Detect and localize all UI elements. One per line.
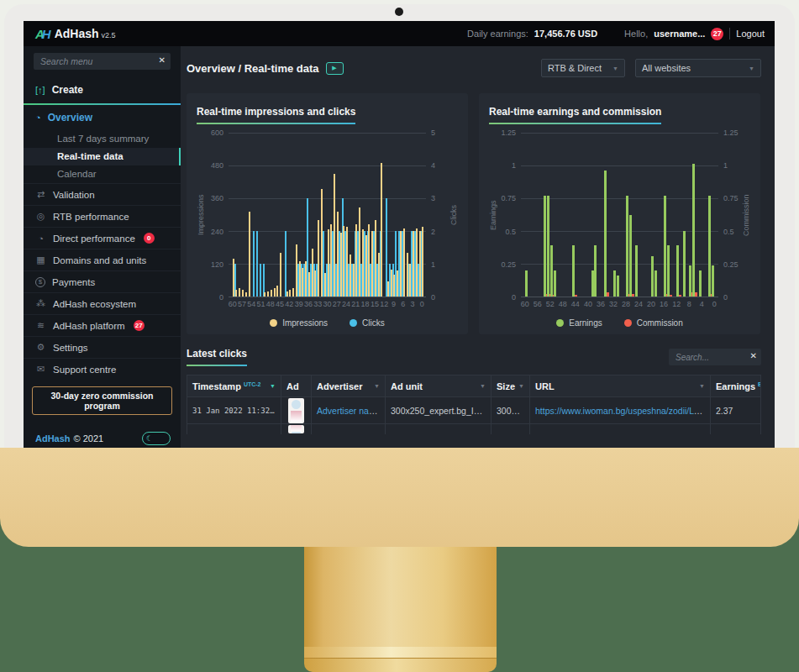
- sort-icon[interactable]: ▼: [699, 383, 705, 389]
- sidebar-item-calendar[interactable]: Calendar: [24, 165, 181, 183]
- size-cell: 300x600: [491, 397, 530, 424]
- adhash-logo-icon: AH: [35, 27, 50, 41]
- advertiser-link[interactable]: Advertiser name: [317, 406, 381, 416]
- column-header-size[interactable]: Size ▼: [491, 375, 530, 397]
- username[interactable]: username...: [654, 29, 705, 39]
- table-row: [187, 424, 761, 434]
- ecosystem-icon: ⁂: [35, 298, 46, 309]
- column-label: URL: [535, 381, 555, 391]
- latest-clicks-table: Timestamp UTC-2 ▼ Ad Advertiser: [187, 375, 761, 434]
- monitor-chin: [0, 448, 799, 547]
- ad-unit-cell: [386, 424, 491, 434]
- play-button[interactable]: ▶: [326, 62, 344, 75]
- webcam-dot: [395, 8, 403, 16]
- divider: [729, 28, 730, 39]
- column-header-timestamp[interactable]: Timestamp UTC-2 ▼: [187, 375, 281, 397]
- sort-icon[interactable]: ▼: [518, 383, 524, 389]
- right-axis-label: Clicks: [449, 133, 458, 297]
- column-header-ad-unit[interactable]: Ad unit ▼: [386, 375, 491, 397]
- ad-unit-cell: 300x250_expert.bg_InArtilce/3: [386, 397, 491, 424]
- website-select[interactable]: All websites ▼: [635, 59, 761, 77]
- page: AH AdHash v2.5 Daily earnings: 17,456.76…: [0, 0, 799, 672]
- url-cell: https://www.iwoman.bg/uspeshna/zodii/Lyu…: [530, 397, 711, 424]
- legend-item[interactable]: Earnings: [556, 318, 602, 328]
- advertiser-cell: Advertiser name: [312, 397, 386, 424]
- notifications-badge[interactable]: 27: [711, 28, 723, 40]
- sidebar-item-payments[interactable]: $ Payments: [24, 270, 181, 292]
- payments-icon: $: [35, 277, 45, 287]
- table-search-input[interactable]: [669, 349, 761, 365]
- sort-icon[interactable]: ▼: [270, 383, 276, 389]
- daily-earnings-value: 17,456.76 USD: [534, 29, 597, 39]
- clear-search-icon[interactable]: ✕: [159, 55, 166, 65]
- sidebar-item-last-7-days[interactable]: Last 7 days summary: [24, 130, 181, 148]
- dark-mode-toggle[interactable]: ☾: [142, 432, 171, 445]
- sidebar-item-adhash-platform[interactable]: ≋ AdHash platform 27: [24, 314, 181, 336]
- domains-icon: ▦: [35, 255, 46, 265]
- play-icon: ▶: [332, 65, 336, 71]
- ad-thumbnail-image[interactable]: [288, 398, 304, 423]
- sidebar-item-real-time-data[interactable]: Real-time data: [24, 148, 181, 165]
- table-row: 31 Jan 2022 11:32:48 Advertiser name 300…: [187, 397, 761, 424]
- sidebar-item-create[interactable]: [↑] Create: [24, 78, 181, 103]
- column-header-advertiser[interactable]: Advertiser ▼: [312, 375, 386, 397]
- validation-icon: ⇄: [35, 189, 46, 200]
- sidebar-item-adhash-ecosystem[interactable]: ⁂ AdHash ecosystem: [24, 292, 181, 314]
- column-label: Advertiser: [317, 381, 362, 391]
- hello-label: Hello,: [624, 29, 648, 39]
- breadcrumb: Overview / Real-time data: [187, 62, 319, 75]
- ad-thumbnail-image[interactable]: [288, 425, 304, 433]
- timezone-label: UTC-2: [244, 381, 261, 387]
- sort-icon[interactable]: ▼: [480, 383, 486, 389]
- legend-item[interactable]: Commission: [624, 318, 683, 328]
- item-label: Validation: [53, 190, 95, 200]
- sort-icon[interactable]: ▼: [374, 383, 380, 389]
- left-axis-label: Impressions: [197, 133, 205, 297]
- logout-button[interactable]: Logout: [736, 29, 765, 39]
- left-axis-ticks: 1.2510.750.50.250: [497, 133, 521, 297]
- sidebar-item-support-centre[interactable]: ✉ Support centre: [24, 358, 181, 380]
- earnings-cell: [711, 424, 761, 434]
- column-header-url[interactable]: URL ▼: [530, 375, 711, 397]
- sidebar-item-domains-ad-units[interactable]: ▦ Domains and ad units: [24, 249, 181, 270]
- sidebar-item-overview[interactable]: ◔ Overview: [24, 105, 181, 130]
- legend-item[interactable]: Impressions: [270, 318, 328, 328]
- chart-legend: ImpressionsClicks: [197, 318, 458, 328]
- item-label: AdHash platform: [53, 321, 125, 331]
- sidebar-search-input[interactable]: [34, 53, 171, 70]
- legend-item[interactable]: Clicks: [350, 318, 385, 328]
- sidebar-item-rtb-performance[interactable]: ◎ RTB performance: [24, 205, 181, 227]
- column-label: Timestamp: [192, 381, 241, 391]
- zero-commission-program-button[interactable]: 30-day zero commission program: [32, 386, 172, 415]
- column-label: Ad: [286, 381, 299, 391]
- timestamp-cell: 31 Jan 2022 11:32:48: [187, 397, 281, 424]
- impressions-clicks-card: Real-time impressions and clicks Impress…: [187, 93, 468, 334]
- main-content: Overview / Real-time data ▶ RTB & Direct…: [181, 46, 775, 454]
- chevron-down-icon: ▼: [612, 66, 618, 71]
- direct-performance-badge: 0: [144, 233, 155, 244]
- latest-clicks-title: Latest clicks: [187, 348, 247, 366]
- create-label: Create: [52, 84, 83, 96]
- item-label: Domains and ad units: [53, 255, 146, 265]
- earnings-cell: 2.37: [711, 397, 761, 424]
- traffic-type-select[interactable]: RTB & Direct ▼: [541, 59, 625, 77]
- item-label: Direct performance: [53, 234, 135, 244]
- item-label: Settings: [53, 343, 88, 353]
- footer-brand[interactable]: AdHash: [35, 433, 71, 444]
- sidebar-item-settings[interactable]: ⚙ Settings: [24, 336, 181, 358]
- column-label: Earnings: [716, 381, 755, 391]
- timestamp-cell: [187, 424, 281, 434]
- sidebar-item-validation[interactable]: ⇄ Validation: [24, 183, 181, 205]
- dashboard-screen: AH AdHash v2.5 Daily earnings: 17,456.76…: [24, 21, 775, 454]
- monitor-stand-foot: [304, 658, 497, 672]
- column-label: Size: [497, 381, 515, 391]
- app-name: AdHash: [55, 27, 99, 40]
- traffic-type-value: RTB & Direct: [548, 63, 602, 73]
- daily-earnings-label: Daily earnings:: [467, 29, 528, 39]
- monitor-stand-shine: [304, 647, 497, 658]
- item-label: RTB performance: [53, 212, 129, 222]
- clear-table-search-icon[interactable]: ✕: [750, 351, 757, 360]
- sidebar-item-direct-performance[interactable]: ◔ Direct performance 0: [24, 227, 181, 249]
- chart-plot: [521, 133, 718, 297]
- click-url-link[interactable]: https://www.iwoman.bg/uspeshna/zodii/Lyu…: [535, 406, 711, 416]
